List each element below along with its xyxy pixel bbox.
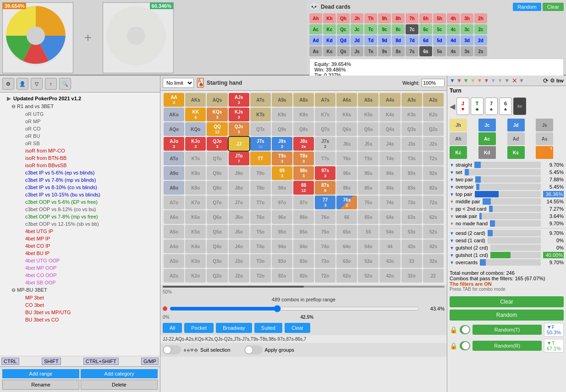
card-Js[interactable]: Js xyxy=(351,46,363,56)
card-Qd[interactable]: Qd xyxy=(337,35,350,45)
hg-Kc[interactable]: Kc xyxy=(450,146,467,159)
add-category-button[interactable]: Add category xyxy=(81,369,158,378)
cell-53s[interactable]: 53s xyxy=(401,225,422,239)
cell-85s[interactable]: 85s xyxy=(358,181,379,195)
tree-c3bet-oop-1215[interactable]: c3bet OOP vs 12-15% (sb vs bb) xyxy=(14,220,158,228)
clear-board-button[interactable]: Clear xyxy=(450,296,564,307)
cell-T5o[interactable]: T5o xyxy=(250,225,271,239)
cell-A2s[interactable]: A2s xyxy=(423,93,444,107)
cell-74o[interactable]: 74o xyxy=(315,240,335,253)
tree-c3bet-56[interactable]: c3bet IP vs 5-6% (ep vs blinds) xyxy=(14,169,158,176)
card-Kd[interactable]: Kd xyxy=(323,35,336,45)
rename-button[interactable]: Rename xyxy=(2,380,79,390)
cell-93o[interactable]: 93o xyxy=(272,254,292,268)
cell-AA[interactable]: AA3 xyxy=(164,93,184,107)
cell-Q9s[interactable]: Q9s xyxy=(272,122,292,136)
cell-ATo[interactable]: ATo xyxy=(164,152,184,165)
cell-QQ[interactable]: QQ12 xyxy=(207,122,227,136)
cell-A8o[interactable]: A8o xyxy=(164,181,184,195)
cell-42s[interactable]: 42s xyxy=(423,240,444,253)
cell-76o[interactable]: 76o xyxy=(315,210,335,224)
card-8c[interactable]: 8c xyxy=(392,24,405,34)
tree-4bet-utg-oop[interactable]: 4bet UTG OOP xyxy=(14,257,158,264)
card-Jc[interactable]: Jc xyxy=(351,24,363,34)
refresh-icon[interactable]: ⟳ xyxy=(543,77,549,84)
cell-T3o[interactable]: T3o xyxy=(250,254,271,268)
cell-QTs[interactable]: QTs xyxy=(250,122,271,136)
cell-75s[interactable]: 75s xyxy=(358,196,379,209)
card-7d[interactable]: 7d xyxy=(406,35,418,45)
cell-T3s[interactable]: T3s xyxy=(401,152,422,165)
cell-87s[interactable]: 87s6 xyxy=(315,181,335,195)
tree-4bet-sb-oop[interactable]: 4bet SB OOP xyxy=(14,279,158,286)
board-card-empty[interactable]: 6s xyxy=(513,98,526,115)
cell-J8s[interactable]: J8s2♠ xyxy=(293,137,314,151)
cell-82o[interactable]: 82o xyxy=(293,269,314,283)
hg-As[interactable]: As xyxy=(536,132,553,145)
card-7h[interactable]: 7h xyxy=(406,13,418,23)
cell-J2s[interactable]: J2s xyxy=(423,137,444,151)
cell-K8s[interactable]: K8s xyxy=(293,108,314,121)
hg-Js[interactable]: Js xyxy=(536,119,553,131)
tree-c3bet-78[interactable]: c3bet IP vs 7-8% (mp vs blinds) xyxy=(14,176,158,184)
suit-selection-toggle[interactable] xyxy=(163,345,181,354)
card-Tc[interactable]: Tc xyxy=(364,24,377,34)
cell-93s[interactable]: 93s xyxy=(401,166,422,180)
tree-or-sb[interactable]: oR SB xyxy=(14,140,158,147)
cell-AKs[interactable]: AKs xyxy=(185,93,206,107)
filter-toggle-1[interactable] xyxy=(460,325,470,334)
cell-84o[interactable]: 84o xyxy=(293,240,314,253)
card-Kh[interactable]: Kh xyxy=(323,13,336,23)
cell-K9s[interactable]: K9s xyxy=(272,108,292,121)
cell-T8o[interactable]: T8o xyxy=(250,181,271,195)
cell-97s[interactable]: 97s3 xyxy=(315,166,335,180)
cell-83o[interactable]: 83o xyxy=(293,254,314,268)
tree-bu-3bet-co[interactable]: BU 3bet vs CO xyxy=(14,316,158,323)
cell-85o[interactable]: 85o xyxy=(293,225,314,239)
card-6d[interactable]: 6d xyxy=(419,35,432,45)
cell-54s[interactable]: 54s xyxy=(379,225,400,239)
board-card-Jh[interactable]: J♥ xyxy=(456,98,469,115)
cell-A7s[interactable]: A7s xyxy=(315,93,335,107)
cell-A9o[interactable]: A9o xyxy=(164,166,184,180)
random-r-button[interactable]: Random(R) xyxy=(473,341,541,351)
cell-QJo[interactable]: QJo3 xyxy=(207,137,227,151)
clear-range-button[interactable]: Clear xyxy=(285,323,310,333)
cell-Q8o[interactable]: Q8o xyxy=(207,181,227,195)
card-Qc[interactable]: Qc xyxy=(337,24,350,34)
cell-Q5o[interactable]: Q5o xyxy=(207,225,227,239)
cell-88[interactable]: 8812 xyxy=(293,181,314,195)
cell-T9o[interactable]: T9o xyxy=(250,166,271,180)
card-8h[interactable]: 8h xyxy=(392,13,405,23)
cell-KQo[interactable]: KQo xyxy=(185,122,206,136)
tree-c3bet-oop-56[interactable]: c3bet OOP vs 5-6% (EP vs free) xyxy=(14,198,158,206)
cell-Q7o[interactable]: Q7o xyxy=(207,196,227,209)
cell-22[interactable]: 22 xyxy=(423,269,444,283)
cell-98o[interactable]: 98o xyxy=(272,181,292,195)
tree-bu-3bet-mp[interactable]: BU 3bet vs MP/UTG xyxy=(14,309,158,316)
filter-toggle-2[interactable] xyxy=(460,341,470,350)
hg-Ah[interactable]: Ah xyxy=(450,132,467,145)
cell-KTo[interactable]: KTo xyxy=(185,152,206,165)
cell-K5s[interactable]: K5s xyxy=(358,108,379,121)
tree-co-3bet[interactable]: CO 3bet xyxy=(14,301,158,309)
cell-J7o[interactable]: J7o xyxy=(229,196,249,209)
tree-isor-btn[interactable]: isoR from BTN-BB xyxy=(14,154,158,162)
user-icon[interactable]: 👤 xyxy=(16,78,28,90)
tree-mp-3bet[interactable]: MP 3bet xyxy=(14,294,158,301)
cell-T6o[interactable]: T6o xyxy=(250,210,271,224)
card-6c[interactable]: 6c xyxy=(419,24,432,34)
random-t-button[interactable]: Random(T) xyxy=(473,325,541,335)
cell-J9o[interactable]: J9o xyxy=(229,166,249,180)
card-8d[interactable]: 8d xyxy=(392,35,405,45)
card-Ah[interactable]: Ah xyxy=(309,13,322,23)
cell-A3o[interactable]: A3o xyxy=(164,254,184,268)
tree-or-bu[interactable]: oR BU xyxy=(14,132,158,140)
cell-AQs[interactable]: AQs xyxy=(207,93,227,107)
cell-44[interactable]: 44 xyxy=(379,240,400,253)
tree-4bet-utg[interactable]: 4bet UTG IP xyxy=(14,228,158,235)
cell-83s[interactable]: 83s xyxy=(401,181,422,195)
tree-or-mp[interactable]: oR MP xyxy=(14,118,158,125)
card-Ac[interactable]: Ac xyxy=(309,24,322,34)
cell-Q9o[interactable]: Q9o xyxy=(207,166,227,180)
